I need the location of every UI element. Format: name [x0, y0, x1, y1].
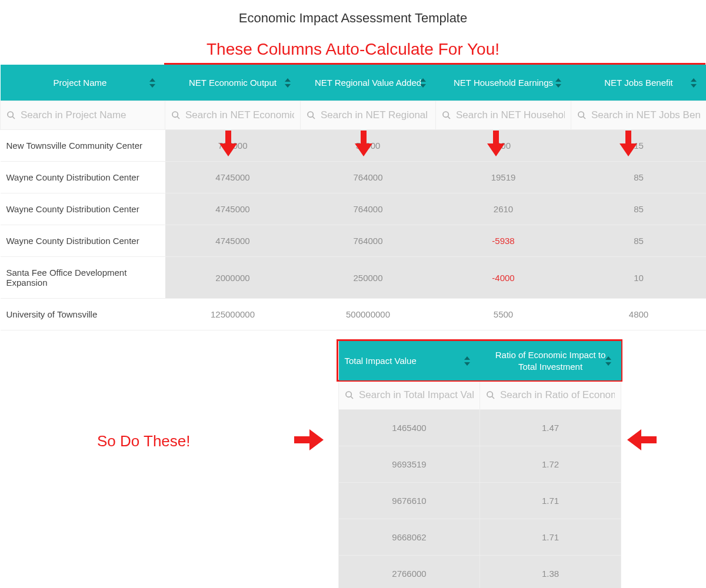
cell-value: 2000000	[165, 257, 301, 299]
cell-value: 2766000	[339, 556, 480, 589]
search-icon	[307, 111, 316, 120]
cell-value: 85	[571, 193, 707, 225]
arrow-down-icon	[355, 131, 372, 156]
col-header-project-name[interactable]: Project Name	[1, 65, 165, 101]
col-header-label: Project Name	[54, 78, 107, 88]
cell-value: 1.71	[480, 483, 621, 519]
svg-line-9	[583, 116, 585, 119]
table1-wrap: Project Name NET Economic Output NET Reg…	[0, 65, 706, 330]
cell-value: 250000	[301, 257, 436, 299]
svg-line-11	[351, 396, 353, 399]
cell-value: 85	[571, 225, 707, 257]
svg-point-12	[487, 392, 492, 397]
svg-point-2	[172, 112, 178, 117]
cell-value: 19519	[436, 162, 571, 193]
cell-project-name: New Townsville Community Center	[1, 130, 165, 162]
svg-line-1	[12, 116, 15, 119]
cell-value: 2610	[436, 193, 571, 225]
cell-value: -5938	[436, 225, 571, 257]
search-input-net-regional-value[interactable]	[321, 109, 429, 121]
table-row: 96935191.72	[339, 446, 621, 483]
annotation-bottom: So Do These!	[97, 432, 191, 450]
sort-icon[interactable]	[555, 78, 562, 88]
search-row	[339, 381, 621, 410]
search-icon	[345, 390, 354, 400]
cell-value: 5500	[436, 299, 571, 330]
search-icon	[577, 111, 587, 120]
svg-point-0	[8, 112, 13, 117]
cell-value: -4000	[436, 257, 571, 299]
cell-project-name: Wayne County Distribution Center	[1, 193, 165, 225]
sort-icon[interactable]	[605, 356, 612, 366]
sort-icon[interactable]	[149, 78, 156, 88]
table-row: University of Townsville1250000005000000…	[1, 299, 707, 330]
sort-icon[interactable]	[464, 356, 471, 366]
search-icon	[171, 111, 181, 120]
cell-project-name: University of Townsville	[1, 299, 165, 330]
col-header-net-regional-value[interactable]: NET Regional Value Added	[301, 65, 436, 101]
cell-project-name: Santa Fee Office Development Expansion	[1, 257, 165, 299]
cell-value: 1465400	[339, 410, 480, 446]
cell-value: 9676610	[339, 483, 480, 519]
col-header-total-impact-value[interactable]: Total Impact Value	[339, 341, 480, 381]
arrow-down-icon	[219, 131, 237, 156]
svg-line-3	[177, 116, 179, 119]
cell-value: 764000	[301, 162, 436, 193]
col-header-label: Ratio of Economic Impact to Total Invest…	[495, 350, 606, 372]
table-row: New Townsville Community Center705000550…	[1, 130, 707, 162]
cell-value: 10	[571, 257, 707, 299]
cell-value: 1.47	[480, 410, 621, 446]
col-header-net-economic-output[interactable]: NET Economic Output	[165, 65, 301, 101]
col-header-label: Total Impact Value	[345, 356, 417, 366]
col-header-net-household-earnings[interactable]: NET Household Earnings	[436, 65, 571, 101]
table-row: 96766101.71	[339, 483, 621, 519]
svg-line-5	[312, 116, 315, 119]
table-header-row: Project Name NET Economic Output NET Reg…	[1, 65, 707, 101]
col-header-label: NET Household Earnings	[454, 78, 553, 88]
svg-point-4	[308, 112, 313, 117]
table-row: 27660001.38	[339, 556, 621, 589]
svg-point-6	[443, 112, 448, 117]
search-input-net-economic-output[interactable]	[185, 109, 294, 121]
section-2: So Do These! Total Impact Value Ratio of…	[0, 341, 706, 588]
cell-value: 15	[571, 130, 707, 162]
cell-value: 1.72	[480, 446, 621, 483]
cell-value: 500000000	[301, 299, 436, 330]
sort-icon[interactable]	[690, 78, 697, 88]
cell-value: 125000000	[165, 299, 301, 330]
cell-value: 1.38	[480, 556, 621, 589]
search-icon	[486, 390, 495, 400]
cell-value: 4745000	[165, 162, 301, 193]
search-icon	[6, 111, 16, 120]
svg-line-13	[492, 396, 494, 399]
sort-icon[interactable]	[419, 78, 427, 88]
svg-point-10	[346, 392, 351, 397]
sort-icon[interactable]	[284, 78, 291, 88]
search-input-total-impact-value[interactable]	[359, 389, 474, 401]
cell-value: 4745000	[165, 225, 301, 257]
cell-value: 764000	[301, 225, 436, 257]
col-header-ratio-impact-investment[interactable]: Ratio of Economic Impact to Total Invest…	[480, 341, 621, 381]
table-main: Project Name NET Economic Output NET Reg…	[0, 65, 706, 330]
table-row: Wayne County Distribution Center47450007…	[1, 193, 707, 225]
col-header-net-jobs-benefit[interactable]: NET Jobs Benefit	[571, 65, 707, 101]
cell-value: 9668062	[339, 519, 480, 556]
search-input-net-household-earnings[interactable]	[456, 109, 565, 121]
col-header-label: NET Regional Value Added	[315, 78, 421, 88]
table-header-row: Total Impact Value Ratio of Economic Imp…	[339, 341, 621, 381]
table-row: Wayne County Distribution Center47450007…	[1, 162, 707, 193]
col-header-label: NET Economic Output	[189, 78, 277, 88]
search-icon	[442, 111, 451, 120]
cell-project-name: Wayne County Distribution Center	[1, 225, 165, 257]
search-input-net-jobs-benefit[interactable]	[591, 109, 700, 121]
arrow-down-icon	[487, 131, 505, 156]
search-input-project-name[interactable]	[21, 109, 159, 121]
svg-line-7	[448, 116, 450, 119]
cell-value: 4800	[571, 299, 707, 330]
search-input-ratio-impact[interactable]	[500, 389, 615, 401]
annotation-top: These Columns Auto-Calculate For You!	[0, 36, 706, 65]
table-row: Santa Fee Office Development Expansion20…	[1, 257, 707, 299]
page-title: Economic Impact Assessment Template	[0, 0, 706, 36]
table-row: 96680621.71	[339, 519, 621, 556]
arrow-left-icon	[627, 429, 657, 453]
